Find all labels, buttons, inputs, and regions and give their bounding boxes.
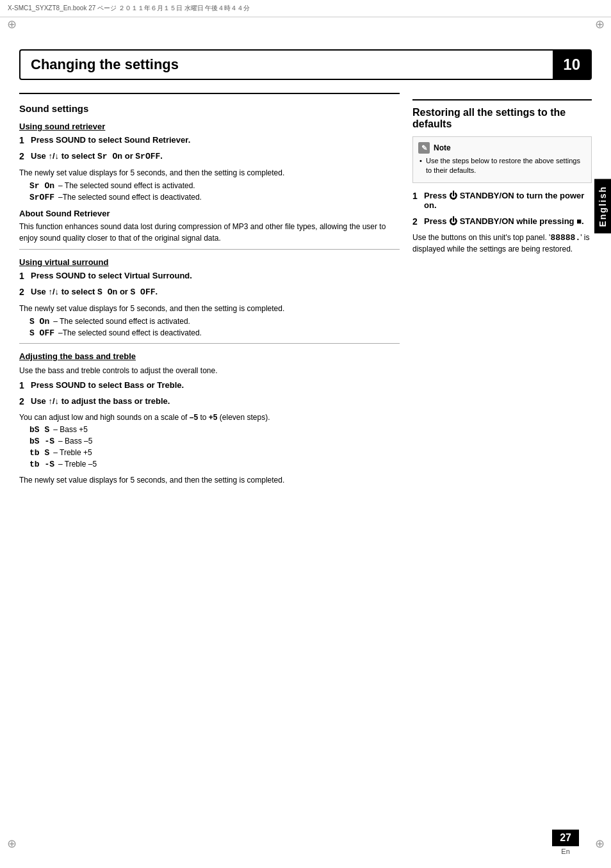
page-footer: 27 En: [552, 830, 579, 855]
separator-2: [19, 343, 400, 344]
step1-text: Press SOUND to select Sound Retriever.: [31, 135, 190, 145]
corner-mark-br: [593, 837, 606, 850]
note-box: ✎ Note Use the steps below to restore th…: [412, 136, 592, 183]
step-number-2: 2: [19, 151, 27, 164]
treble-plus5-code: tb S: [29, 448, 49, 458]
step2-text: Use ↑/↓ to select Sr On or SrOFF.: [31, 151, 163, 161]
restore-step2-text: Press ⏻ STANDBY/ON while pressing ■.: [424, 216, 584, 226]
bass-plus5-desc: – Bass +5: [53, 425, 88, 434]
bt-step-number-2: 2: [19, 396, 27, 408]
option-sr-on: Sr On – The selected sound effect is act…: [29, 181, 400, 191]
vs-step1-text: Press SOUND to select Virtual Surround.: [31, 271, 192, 280]
page-number: 27: [552, 830, 579, 846]
step2-desc: The newly set value displays for 5 secon…: [19, 168, 400, 179]
option-bass-minus5: bS -S – Bass –5: [29, 437, 400, 446]
vs-step2-text: Use ↑/↓ to select S On or S OFF.: [31, 287, 158, 297]
bass-minus5-code: bS -S: [29, 437, 54, 446]
virtual-surround-heading: Using virtual surround: [19, 257, 400, 267]
treble-minus5-code: tb -S: [29, 460, 54, 469]
english-tab: English: [594, 179, 611, 234]
sound-retriever-step1: 1 Press SOUND to select Sound Retriever.: [19, 135, 400, 147]
content-area: Sound settings Using sound retriever 1 P…: [19, 93, 592, 490]
corner-mark-tr: [593, 18, 606, 31]
option-sr-off: SrOFF –The selected sound effect is deac…: [29, 193, 400, 202]
vs-step-number-2: 2: [19, 287, 27, 300]
restore-heading: Restoring all the settings to the defaul…: [412, 99, 592, 130]
restore-step1: 1 Press ⏻ STANDBY/ON to turn the power o…: [412, 191, 592, 213]
note-label: Note: [434, 143, 451, 152]
header-text: X-SMC1_SYXZT8_En.book 27 ページ ２０１１年６月１５日 …: [8, 4, 250, 13]
chapter-number: 10: [553, 51, 591, 79]
restore-step2: 2 Press ⏻ STANDBY/ON while pressing ■.: [412, 216, 592, 229]
bass-treble-step2: 2 Use ↑/↓ to adjust the bass or treble.: [19, 396, 400, 408]
option-treble-minus5: tb -S – Treble –5: [29, 460, 400, 469]
vs-step2-desc: The newly set value displays for 5 secon…: [19, 303, 400, 314]
sr-on-code: Sr On: [29, 181, 54, 191]
option-vs-off: S OFF –The selected sound effect is deac…: [29, 328, 400, 338]
vs-off-code: S OFF: [29, 328, 54, 338]
sound-retriever-step2: 2 Use ↑/↓ to select Sr On or SrOFF.: [19, 151, 400, 164]
restore-step-num-1: 1: [412, 191, 420, 213]
note-icon: ✎: [418, 142, 430, 154]
vs-on-desc: – The selected sound effect is activated…: [53, 317, 190, 326]
option-treble-plus5: tb S – Treble +5: [29, 448, 400, 458]
separator-1: [19, 249, 400, 250]
corner-mark-tl: [5, 18, 18, 31]
virtual-surround-step2: 2 Use ↑/↓ to select S On or S OFF.: [19, 287, 400, 300]
bt-step2-text: Use ↑/↓ to adjust the bass or treble.: [31, 396, 170, 406]
left-column: Sound settings Using sound retriever 1 P…: [19, 93, 400, 490]
vs-on-code: S On: [29, 317, 49, 326]
bt-step1-text: Press SOUND to select Bass or Treble.: [31, 380, 184, 390]
page-lang: En: [561, 848, 569, 855]
about-sr-text: This function enhances sound data lost d…: [19, 221, 400, 244]
note-heading: ✎ Note: [418, 142, 586, 154]
bass-minus5-desc: – Bass –5: [58, 437, 92, 446]
sound-settings-heading: Sound settings: [19, 103, 400, 114]
about-sr-heading: About Sound Retriever: [19, 209, 400, 218]
header-bar: X-SMC1_SYXZT8_En.book 27 ページ ２０１１年６月１５日 …: [0, 0, 611, 17]
treble-minus5-desc: – Treble –5: [58, 460, 97, 469]
right-column: Restoring all the settings to the defaul…: [412, 93, 592, 490]
bt-step2-desc: You can adjust low and high sounds on a …: [19, 412, 400, 423]
bass-plus5-code: bS S: [29, 425, 49, 435]
corner-mark-bl: [5, 837, 18, 850]
sr-off-code: SrOFF: [29, 193, 54, 202]
virtual-surround-step1: 1 Press SOUND to select Virtual Surround…: [19, 271, 400, 283]
option-bass-plus5: bS S – Bass +5: [29, 425, 400, 435]
restore-step-num-2: 2: [412, 216, 420, 229]
bt-final-text: The newly set value displays for 5 secon…: [19, 474, 400, 486]
sound-retriever-heading: Using sound retriever: [19, 122, 400, 131]
option-vs-on: S On – The selected sound effect is acti…: [29, 317, 400, 326]
sr-on-desc: – The selected sound effect is activated…: [58, 181, 195, 190]
sr-off-desc: –The selected sound effect is deactivate…: [58, 193, 202, 202]
bass-treble-heading: Adjusting the bass and treble: [19, 351, 400, 361]
vs-step-number-1: 1: [19, 271, 27, 283]
chapter-title: Changing the settings: [20, 51, 553, 79]
bass-treble-intro: Use the bass and treble controls to adju…: [19, 365, 400, 376]
note-text: Use the steps below to restore the above…: [418, 156, 586, 176]
restore-step2-desc: Use the buttons on this unit's top panel…: [412, 232, 592, 255]
bass-treble-step1: 1 Press SOUND to select Bass or Treble.: [19, 380, 400, 392]
chapter-header: Changing the settings 10: [19, 49, 592, 80]
restore-step1-text: Press ⏻ STANDBY/ON to turn the power on.: [424, 191, 592, 210]
bt-step-number-1: 1: [19, 380, 27, 392]
vs-off-desc: –The selected sound effect is deactivate…: [58, 328, 202, 337]
treble-plus5-desc: – Treble +5: [53, 448, 92, 457]
step-number-1: 1: [19, 135, 27, 147]
